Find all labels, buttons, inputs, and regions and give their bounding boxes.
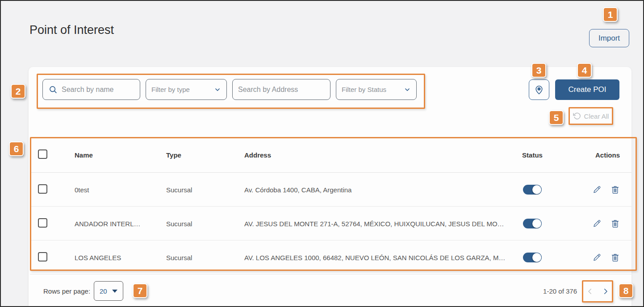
column-header-type: Type xyxy=(166,151,181,158)
row-checkbox[interactable] xyxy=(38,218,47,228)
annotation-box-pagination xyxy=(582,280,613,303)
annotation-badge-6: 6 xyxy=(9,141,24,156)
delete-icon[interactable] xyxy=(611,219,620,228)
table-header: Name Type Address Status Actions xyxy=(30,137,631,173)
column-header-address: Address xyxy=(244,151,271,158)
status-toggle[interactable] xyxy=(523,253,542,262)
annotation-badge-7: 7 xyxy=(133,283,147,298)
pagination-range: 1-20 of 376 xyxy=(528,287,577,295)
table-row: LOS ANGELES Sucursal AV. LOS ANGELES 100… xyxy=(30,241,631,274)
annotation-badge-5: 5 xyxy=(549,110,564,125)
delete-icon[interactable] xyxy=(611,253,620,262)
row-checkbox[interactable] xyxy=(38,184,47,194)
delete-icon[interactable] xyxy=(611,185,620,194)
search-name-input[interactable] xyxy=(62,86,134,94)
row-type: Sucursal xyxy=(166,220,192,227)
search-address-field[interactable] xyxy=(232,79,330,100)
page: Point of Interest Import Filter by type … xyxy=(0,0,644,307)
annotation-badge-8: 8 xyxy=(619,283,633,298)
rows-per-page-value: 20 xyxy=(100,287,107,295)
import-button[interactable]: Import xyxy=(589,29,629,47)
row-name: LOS ANGELES xyxy=(75,253,121,261)
edit-icon[interactable] xyxy=(592,253,602,262)
table-row: ANDADOR INTERL… Sucursal AV. JESUS DEL M… xyxy=(30,207,631,241)
map-view-button[interactable] xyxy=(529,79,549,100)
column-header-status: Status xyxy=(508,151,557,158)
row-address: AV. LOS ANGELES 1000, 66482, NUEVO LEÓN,… xyxy=(244,253,505,261)
annotation-box-clear-all xyxy=(569,107,613,125)
status-filter-value: Filter by Status xyxy=(342,86,400,93)
column-header-name: Name xyxy=(75,151,93,158)
annotation-badge-2: 2 xyxy=(11,84,25,99)
type-filter-value: Filter by type xyxy=(151,86,210,93)
annotation-badge-3: 3 xyxy=(531,63,546,78)
row-checkbox[interactable] xyxy=(38,252,47,261)
annotation-badge-1: 1 xyxy=(603,7,618,22)
rows-per-page-select[interactable]: 20 xyxy=(94,281,123,301)
status-toggle[interactable] xyxy=(523,219,542,228)
rows-per-page-label: Rows per page: xyxy=(43,287,90,295)
location-pin-icon xyxy=(534,84,544,95)
row-address: Av. Córdoba 1400, CABA, Argentina xyxy=(244,186,351,193)
table-row: 0test Sucursal Av. Córdoba 1400, CABA, A… xyxy=(30,173,631,207)
chevron-down-icon xyxy=(214,86,221,93)
column-header-actions: Actions xyxy=(595,151,620,158)
create-poi-button[interactable]: Create POI xyxy=(555,79,619,100)
edit-icon[interactable] xyxy=(592,185,602,194)
caret-down-icon xyxy=(112,290,117,293)
search-address-input[interactable] xyxy=(238,86,325,94)
select-all-checkbox[interactable] xyxy=(38,149,47,159)
status-filter-select[interactable]: Filter by Status xyxy=(336,79,417,100)
row-address: AV. JESUS DEL MONTE 271-A, 52764, MÉXICO… xyxy=(244,220,504,227)
row-name: 0test xyxy=(75,186,89,193)
type-filter-select[interactable]: Filter by type xyxy=(146,79,227,100)
search-icon xyxy=(48,85,58,95)
row-type: Sucursal xyxy=(166,186,192,193)
row-type: Sucursal xyxy=(166,253,192,261)
search-name-field[interactable] xyxy=(42,79,140,100)
row-name: ANDADOR INTERL… xyxy=(75,220,141,227)
annotation-badge-4: 4 xyxy=(577,63,592,78)
page-title: Point of Interest xyxy=(29,23,114,37)
chevron-down-icon xyxy=(404,86,411,93)
status-toggle[interactable] xyxy=(523,185,542,195)
edit-icon[interactable] xyxy=(592,219,602,228)
